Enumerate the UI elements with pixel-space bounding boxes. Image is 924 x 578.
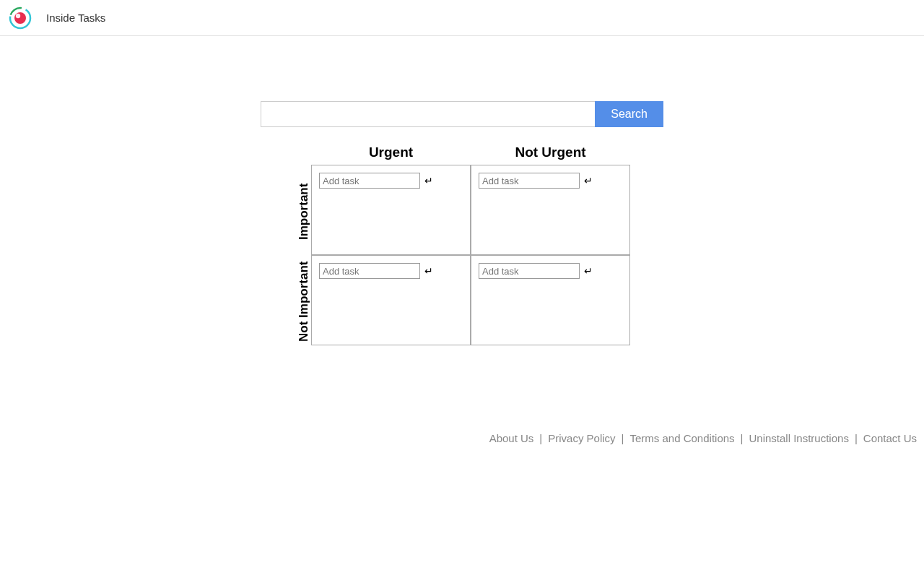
matrix-main: Urgent Not Urgent ↵ ↵ ↵ ↵ (311, 144, 630, 345)
app-logo-icon (9, 7, 32, 30)
footer-link-privacy[interactable]: Privacy Policy (548, 432, 615, 444)
matrix-container: Important Not Important Urgent Not Urgen… (294, 144, 630, 347)
footer-link-uninstall[interactable]: Uninstall Instructions (749, 432, 848, 444)
enter-icon[interactable]: ↵ (424, 173, 433, 189)
footer-separator: | (622, 432, 624, 444)
enter-icon[interactable]: ↵ (584, 263, 593, 279)
quad-grid: ↵ ↵ ↵ ↵ (311, 165, 630, 345)
footer-link-about[interactable]: About Us (489, 432, 534, 444)
row-label-not-important: Not Important (294, 256, 311, 347)
footer-link-contact[interactable]: Contact Us (863, 432, 917, 444)
footer-separator: | (855, 432, 858, 444)
quad-urgent-important: ↵ (311, 165, 471, 255)
footer: About Us | Privacy Policy | Terms and Co… (489, 432, 917, 444)
svg-point-3 (16, 13, 20, 17)
search-button[interactable]: Search (595, 101, 663, 127)
quad-not-urgent-not-important: ↵ (471, 255, 630, 345)
add-task-input-q2[interactable] (479, 173, 580, 189)
search-row: Search (261, 101, 663, 127)
app-title: Inside Tasks (46, 12, 105, 24)
quad-not-urgent-important: ↵ (471, 165, 630, 255)
add-task-input-q1[interactable] (319, 173, 420, 189)
col-label-urgent: Urgent (311, 144, 471, 165)
footer-link-terms[interactable]: Terms and Conditions (630, 432, 735, 444)
footer-separator: | (539, 432, 542, 444)
add-task-input-q4[interactable] (479, 263, 580, 279)
add-task-input-q3[interactable] (319, 263, 420, 279)
quad-urgent-not-important: ↵ (311, 255, 471, 345)
matrix-wrapper: Important Not Important Urgent Not Urgen… (0, 144, 924, 347)
main: Search (0, 101, 924, 127)
header: Inside Tasks (0, 0, 924, 36)
search-input[interactable] (261, 101, 595, 127)
footer-separator: | (741, 432, 744, 444)
svg-point-2 (14, 12, 26, 24)
col-labels: Urgent Not Urgent (311, 144, 630, 165)
enter-icon[interactable]: ↵ (584, 173, 593, 189)
row-labels: Important Not Important (294, 166, 311, 347)
col-label-not-urgent: Not Urgent (471, 144, 630, 165)
row-label-important: Important (294, 166, 311, 256)
enter-icon[interactable]: ↵ (424, 263, 433, 279)
